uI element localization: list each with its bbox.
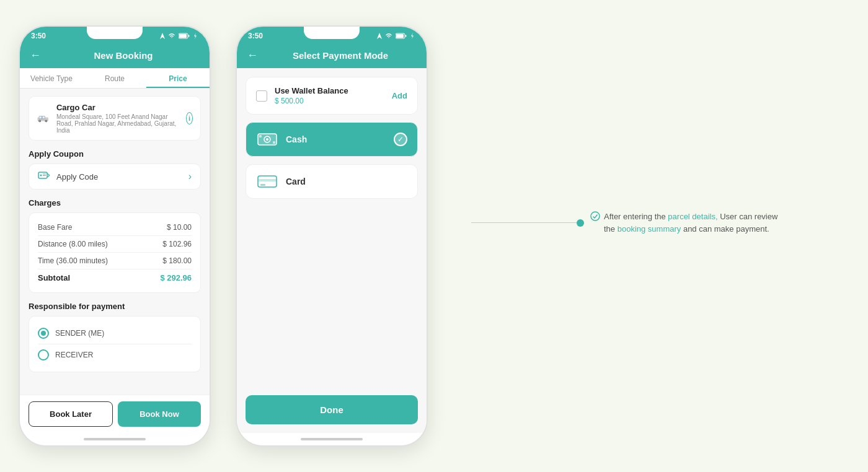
svg-rect-3: [188, 35, 190, 37]
vehicle-info-button[interactable]: i: [186, 112, 193, 125]
vehicle-card: Cargo Car Mondeal Square, 100 Feet Anand…: [29, 96, 201, 141]
charge-row-base: Base Fare $ 10.00: [38, 219, 192, 236]
cash-svg-icon: [257, 133, 277, 146]
charge-distance-amount: $ 102.96: [162, 240, 192, 248]
wallet-balance: $ 500.00: [275, 97, 348, 105]
book-later-button[interactable]: Book Later: [29, 401, 113, 427]
svg-rect-8: [42, 116, 45, 118]
charge-base-label: Base Fare: [38, 223, 72, 232]
subtotal-label: Subtotal: [38, 273, 70, 282]
done-button[interactable]: Done: [246, 395, 418, 424]
wifi-icon-1: [167, 33, 176, 39]
tab-price[interactable]: Price: [146, 68, 210, 88]
tab-vehicle-type[interactable]: Vehicle Type: [20, 68, 83, 88]
back-button-1[interactable]: ←: [30, 49, 41, 62]
tag-icon: [38, 170, 50, 180]
payment-option-cash[interactable]: Cash ✓: [246, 122, 418, 157]
annotation-wrapper: After entering the parcel details, User …: [471, 211, 789, 235]
radio-receiver[interactable]: RECEIVER: [38, 344, 192, 365]
radio-sender-circle: [38, 328, 49, 339]
wallet-info: Use Wallet Balance $ 500.00: [275, 86, 348, 105]
wallet-card: Use Wallet Balance $ 500.00 Add: [246, 77, 418, 115]
charges-section-label: Charges: [29, 198, 201, 208]
apply-code-label: Apply Code: [56, 172, 182, 181]
wallet-title: Use Wallet Balance: [275, 86, 348, 95]
annotation-content: After entering the parcel details, User …: [590, 211, 789, 235]
svg-marker-0: [160, 33, 165, 39]
check-circle-icon: [590, 211, 600, 221]
wallet-checkbox[interactable]: [256, 90, 267, 102]
notch-2: [304, 27, 360, 39]
coupon-arrow-icon: ›: [188, 171, 192, 182]
svg-rect-27: [259, 135, 262, 138]
payment-option-card[interactable]: Card: [246, 164, 418, 199]
charges-card: Base Fare $ 10.00 Distance (8.00 miles) …: [29, 212, 201, 293]
svg-marker-23: [411, 33, 414, 39]
charge-time-amount: $ 180.00: [162, 256, 192, 265]
tabs-bar: Vehicle Type Route Price: [20, 68, 210, 89]
back-button-2[interactable]: ←: [247, 49, 258, 62]
responsible-section-label: Responsible for payment: [29, 302, 201, 311]
app-header-1: ← New Booking: [20, 43, 210, 68]
battery-icon-2: [396, 33, 407, 39]
book-now-button[interactable]: Book Now: [118, 401, 201, 427]
svg-rect-21: [396, 34, 404, 38]
apply-coupon-row[interactable]: Apply Code ›: [29, 164, 201, 190]
nav-icon-2: [377, 33, 382, 39]
cash-icon: [256, 131, 278, 147]
phone1-content: Cargo Car Mondeal Square, 100 Feet Anand…: [20, 89, 210, 395]
vehicle-address: Mondeal Square, 100 Feet Anand Nagar Roa…: [56, 113, 180, 134]
svg-point-10: [39, 120, 40, 121]
notch: [87, 27, 143, 39]
home-indicator-1: [20, 433, 210, 445]
annotation-dot: [577, 219, 584, 227]
svg-marker-4: [194, 33, 197, 39]
page-title-2: Select Payment Mode: [264, 50, 417, 61]
svg-point-32: [591, 212, 600, 221]
vehicle-name: Cargo Car: [56, 103, 180, 112]
subtotal-amount: $ 292.96: [160, 273, 192, 282]
bolt-icon-1: [192, 33, 198, 39]
svg-rect-28: [273, 141, 275, 144]
svg-point-26: [266, 138, 268, 141]
svg-rect-7: [39, 116, 42, 118]
home-bar-1: [84, 438, 146, 440]
vehicle-info: Cargo Car Mondeal Square, 100 Feet Anand…: [56, 103, 180, 134]
phone-payment: 3:50 ← Select Paym: [236, 25, 428, 447]
charge-row-distance: Distance (8.00 miles) $ 102.96: [38, 236, 192, 253]
home-indicator-2: [237, 433, 427, 445]
svg-point-16: [40, 175, 42, 177]
charge-time-label: Time (36.00 minutes): [38, 256, 108, 265]
cargo-car-icon: [37, 109, 50, 128]
card-label: Card: [286, 177, 306, 186]
phone-booking: 3:50: [19, 25, 211, 447]
cash-check-icon: ✓: [394, 133, 407, 146]
charge-row-subtotal: Subtotal $ 292.96: [38, 269, 192, 286]
radio-sender[interactable]: SENDER (ME): [38, 323, 192, 344]
annotation-line: [471, 222, 577, 223]
svg-rect-30: [258, 179, 277, 181]
annotation-text: After entering the parcel details, User …: [604, 211, 789, 235]
responsible-card: SENDER (ME) RECEIVER: [29, 316, 201, 372]
coupon-icon: [38, 170, 50, 183]
tab-route[interactable]: Route: [83, 68, 146, 88]
svg-rect-22: [405, 35, 407, 37]
radio-sender-label: SENDER (ME): [55, 329, 104, 338]
wallet-add-button[interactable]: Add: [392, 91, 407, 100]
app-header-2: ← Select Payment Mode: [237, 43, 427, 68]
status-icons-1: [160, 33, 198, 39]
svg-marker-19: [377, 33, 382, 39]
radio-receiver-circle: [38, 349, 49, 361]
svg-point-12: [45, 120, 46, 121]
payment-content: Use Wallet Balance $ 500.00 Add Cash: [237, 68, 427, 433]
page-title-1: New Booking: [47, 50, 200, 61]
spacer: [246, 206, 418, 388]
battery-icon-1: [179, 33, 190, 39]
charge-base-amount: $ 10.00: [167, 223, 192, 232]
home-bar-2: [301, 438, 363, 440]
charge-row-time: Time (36.00 minutes) $ 180.00: [38, 253, 192, 269]
time-1: 3:50: [31, 32, 46, 40]
status-icons-2: [377, 33, 415, 39]
nav-icon-1: [160, 33, 165, 39]
time-2: 3:50: [248, 32, 263, 40]
